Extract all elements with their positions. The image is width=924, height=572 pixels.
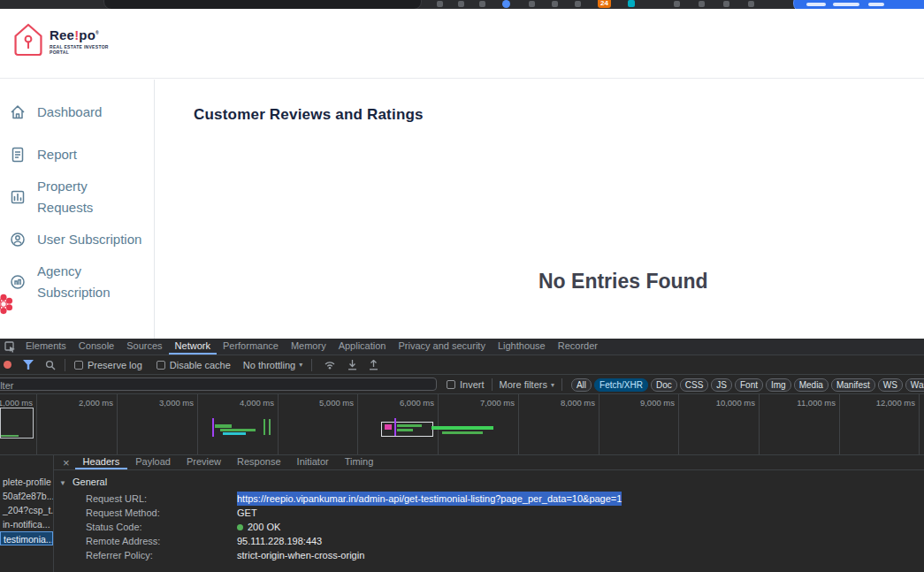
report-icon xyxy=(9,146,27,164)
header-row-request-method: Request Method: GET xyxy=(54,506,924,520)
chip-all[interactable]: All xyxy=(571,378,592,392)
disable-cache-checkbox[interactable]: Disable cache xyxy=(157,360,231,370)
extension-icon[interactable] xyxy=(723,1,729,7)
reepo-logo[interactable]: Ree!po® REAL ESTATE INVESTOR PORTAL xyxy=(13,22,109,57)
status-code-value: 200 OK xyxy=(237,520,280,534)
sidebar-item-agency-subscription[interactable]: Agency Subscription xyxy=(0,261,154,303)
throttling-select[interactable]: No throttling ▾ xyxy=(243,360,302,370)
extension-icon[interactable] xyxy=(502,0,510,8)
filter-input[interactable] xyxy=(0,378,418,392)
tab-elements[interactable]: Elements xyxy=(19,339,73,355)
tab-sources[interactable]: Sources xyxy=(120,339,168,355)
timeline-tick: 1,000 ms xyxy=(0,398,33,408)
network-filter-bar: Invert More filters ▾ All Fetch/XHR Doc … xyxy=(0,375,924,394)
detail-tab-timing[interactable]: Timing xyxy=(337,455,382,469)
checkbox-box xyxy=(447,380,455,389)
referrer-policy-value: strict-origin-when-cross-origin xyxy=(237,548,364,562)
detail-tab-response[interactable]: Response xyxy=(229,455,289,469)
tab-performance[interactable]: Performance xyxy=(217,339,285,355)
inspect-element-icon[interactable] xyxy=(0,339,19,355)
separator xyxy=(311,359,312,371)
extension-icon[interactable] xyxy=(699,1,705,7)
network-timeline-overview[interactable]: 1,000 ms 2,000 ms 3,000 ms 4,000 ms 5,00… xyxy=(0,394,924,455)
tab-privacy-and-security[interactable]: Privacy and security xyxy=(392,339,491,355)
more-filters-button[interactable]: More filters ▾ xyxy=(500,379,554,390)
preserve-log-checkbox[interactable]: Preserve log xyxy=(74,360,142,370)
sidebar-item-report[interactable]: Report xyxy=(0,133,154,176)
empty-state-message: No Entries Found xyxy=(538,270,708,294)
request-row[interactable]: in-notifica... xyxy=(0,517,53,531)
throttling-value: No throttling xyxy=(243,360,295,370)
separator xyxy=(65,359,65,371)
waterfall-bar xyxy=(397,424,422,427)
search-icon[interactable] xyxy=(45,360,56,370)
close-icon[interactable]: × xyxy=(63,455,70,469)
devtools-tab-bar: Elements Console Sources Network Perform… xyxy=(0,339,924,355)
timeline-gridline xyxy=(357,394,358,454)
detail-tab-preview[interactable]: Preview xyxy=(179,455,229,469)
chip-js[interactable]: JS xyxy=(711,378,732,392)
chip-doc[interactable]: Doc xyxy=(651,378,677,392)
red-flower-widget-icon[interactable] xyxy=(0,293,15,316)
sidebar-menu: Dashboard Report Property Requests xyxy=(0,80,154,303)
record-network-log-button[interactable] xyxy=(4,361,11,369)
sidebar-item-user-subscription[interactable]: User Subscription xyxy=(0,218,154,261)
chip-img[interactable]: Img xyxy=(766,378,791,392)
separator xyxy=(492,378,493,391)
request-row[interactable]: _204?csp_t... xyxy=(0,503,53,517)
tab-memory[interactable]: Memory xyxy=(285,339,332,355)
status-green-dot-icon xyxy=(237,524,243,530)
invert-checkbox[interactable]: Invert xyxy=(447,379,485,390)
sidebar-item-dashboard[interactable]: Dashboard xyxy=(0,91,154,133)
extension-icon[interactable] xyxy=(674,1,680,7)
sidebar-item-label: Agency Subscription xyxy=(37,261,143,303)
general-section-header[interactable]: ▼ General xyxy=(54,475,924,489)
chip-font[interactable]: Font xyxy=(735,378,763,392)
request-row[interactable]: plete-profile xyxy=(0,475,53,489)
chip-wasm[interactable]: Wasm xyxy=(905,378,924,392)
extension-icon[interactable] xyxy=(575,1,581,7)
request-url-value: https://reepio.vipankumar.in/admin-api/g… xyxy=(237,492,622,506)
request-row[interactable]: 50af2e87b... xyxy=(0,489,53,503)
chip-ws[interactable]: WS xyxy=(878,378,903,392)
extension-icon[interactable] xyxy=(437,1,443,7)
page: 24 Ree!po® REAL ESTATE INVESTOR PORTAL xyxy=(0,0,924,572)
detail-tab-headers[interactable]: Headers xyxy=(75,455,128,469)
import-har-icon[interactable] xyxy=(347,360,357,370)
user-subscription-icon xyxy=(9,231,27,248)
detail-tab-payload[interactable]: Payload xyxy=(127,455,179,469)
timeline-gridline xyxy=(678,394,679,454)
extension-icon[interactable] xyxy=(748,1,754,7)
invert-label: Invert xyxy=(460,379,485,390)
extension-icon[interactable] xyxy=(552,1,558,7)
tab-console[interactable]: Console xyxy=(73,339,120,355)
sidebar-item-label: Report xyxy=(37,144,77,165)
extension-icon[interactable] xyxy=(529,1,535,7)
timeline-tick: 7,000 ms xyxy=(462,398,515,408)
chip-media[interactable]: Media xyxy=(794,378,829,392)
extension-icon[interactable] xyxy=(458,1,464,7)
extension-badge[interactable]: 24 xyxy=(598,0,611,8)
waterfall-bar xyxy=(269,419,271,435)
chip-css[interactable]: CSS xyxy=(680,378,709,392)
tab-recorder[interactable]: Recorder xyxy=(552,339,604,355)
request-list: plete-profile 50af2e87b... _204?csp_t...… xyxy=(0,455,54,572)
tab-lighthouse[interactable]: Lighthouse xyxy=(492,339,552,355)
tab-application[interactable]: Application xyxy=(332,339,393,355)
waterfall-bar xyxy=(442,431,483,434)
tab-network[interactable]: Network xyxy=(169,339,217,355)
filter-funnel-icon[interactable] xyxy=(23,360,34,370)
extension-icon[interactable] xyxy=(479,1,485,7)
timeline-gridline xyxy=(839,394,840,454)
network-conditions-icon[interactable] xyxy=(324,360,336,370)
sidebar-item-property-requests[interactable]: Property Requests xyxy=(0,176,154,218)
waterfall-bar xyxy=(394,418,396,436)
export-har-icon[interactable] xyxy=(369,360,378,370)
header-row-referrer-policy: Referrer Policy: strict-origin-when-cros… xyxy=(54,548,924,562)
extension-icon[interactable] xyxy=(628,0,635,7)
request-row-selected[interactable]: testimonia... xyxy=(0,531,53,545)
chip-fetch-xhr[interactable]: Fetch/XHR xyxy=(594,378,648,392)
chip-manifest[interactable]: Manifest xyxy=(831,378,875,392)
detail-tab-initiator[interactable]: Initiator xyxy=(289,455,337,469)
page-title: Customer Reviews and Ratings xyxy=(194,106,424,124)
